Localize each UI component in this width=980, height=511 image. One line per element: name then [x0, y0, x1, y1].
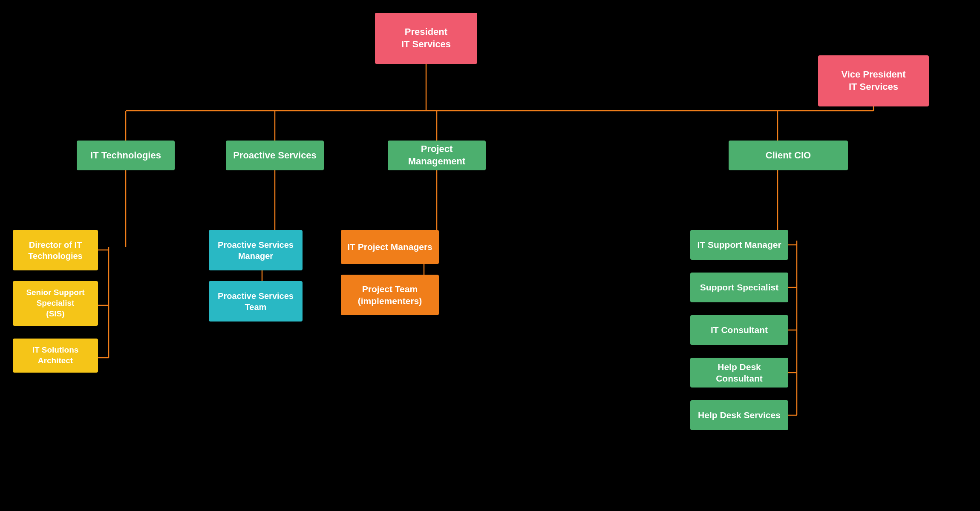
dir-it-tech-node: Director of ITTechnologies	[13, 230, 98, 270]
help-desk-svc-label: Help Desk Services	[698, 409, 781, 421]
proactive-services-node: Proactive Services	[226, 141, 324, 170]
sr-support-node: Senior SupportSpecialist(SIS)	[13, 281, 98, 326]
vp-label: Vice PresidentIT Services	[841, 69, 905, 93]
client-cio-label: Client CIO	[766, 149, 811, 162]
ps-team-label: Proactive ServicesTeam	[218, 290, 294, 313]
dir-it-tech-label: Director of ITTechnologies	[28, 239, 82, 261]
it-consultant-node: IT Consultant	[690, 315, 788, 345]
ps-manager-node: Proactive ServicesManager	[209, 230, 303, 270]
ps-manager-label: Proactive ServicesManager	[218, 239, 294, 261]
it-consultant-label: IT Consultant	[711, 324, 768, 336]
help-desk-cons-label: Help Desk Consultant	[696, 361, 782, 385]
help-desk-cons-node: Help Desk Consultant	[690, 358, 788, 388]
it-tech-label: IT Technologies	[90, 149, 161, 162]
proactive-services-label: Proactive Services	[233, 149, 317, 162]
it-support-mgr-node: IT Support Manager	[690, 230, 788, 260]
support-spec-label: Support Specialist	[700, 281, 778, 293]
support-spec-node: Support Specialist	[690, 273, 788, 302]
project-mgmt-node: Project Management	[388, 141, 486, 170]
sr-support-label: Senior SupportSpecialist(SIS)	[26, 287, 84, 319]
help-desk-svc-node: Help Desk Services	[690, 400, 788, 430]
proj-team-node: Project Team(implementers)	[341, 275, 439, 315]
ps-team-node: Proactive ServicesTeam	[209, 281, 303, 322]
client-cio-node: Client CIO	[729, 141, 848, 170]
it-proj-mgrs-label: IT Project Managers	[347, 241, 432, 253]
it-proj-mgrs-node: IT Project Managers	[341, 230, 439, 264]
it-solutions-node: IT Solutions Architect	[13, 339, 98, 373]
it-tech-node: IT Technologies	[77, 141, 175, 170]
it-solutions-label: IT Solutions Architect	[19, 345, 92, 366]
president-label: PresidentIT Services	[401, 26, 451, 50]
project-mgmt-label: Project Management	[394, 143, 480, 167]
proj-team-label: Project Team(implementers)	[358, 283, 422, 307]
vp-node: Vice PresidentIT Services	[818, 55, 929, 106]
president-node: PresidentIT Services	[375, 13, 477, 64]
org-chart: PresidentIT Services Vice PresidentIT Se…	[0, 0, 980, 511]
it-support-mgr-label: IT Support Manager	[697, 239, 781, 250]
